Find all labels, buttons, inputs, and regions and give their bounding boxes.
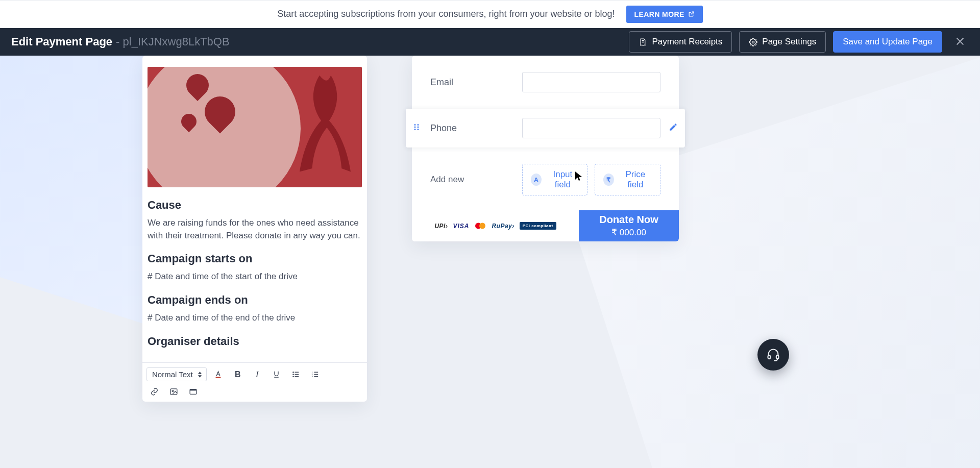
svg-rect-12: [314, 374, 318, 375]
text-style-select[interactable]: Normal Text: [146, 367, 207, 381]
bullet-list-icon: [291, 370, 300, 379]
email-label: Email: [430, 77, 522, 88]
svg-point-0: [752, 41, 754, 43]
bold-button[interactable]: B: [230, 367, 246, 382]
campaign-start-body: # Date and time of the start of the driv…: [148, 270, 362, 283]
donate-amount: ₹ 000.00: [611, 227, 646, 238]
drag-handle-icon[interactable]: [412, 122, 421, 134]
text-color-icon: [214, 370, 223, 379]
headset-icon: [766, 348, 780, 362]
image-icon: [169, 387, 178, 396]
svg-point-15: [172, 390, 173, 392]
bullet-list-button[interactable]: [288, 367, 304, 382]
svg-point-4: [293, 376, 295, 378]
rupay-logo: RuPay›: [492, 223, 514, 230]
page-id: - pl_IKJNxwg8LkTbQB: [116, 35, 230, 48]
svg-rect-14: [170, 389, 177, 395]
campaign-end-body: # Date and time of the end of the drive: [148, 312, 362, 325]
svg-rect-1: [216, 377, 221, 378]
svg-point-21: [418, 127, 419, 128]
cause-body: We are raising funds for the ones who ne…: [148, 217, 362, 242]
page-settings-button[interactable]: Page Settings: [739, 31, 826, 53]
rich-text-toolbar: Normal Text B I: [142, 362, 367, 402]
pencil-icon: [669, 122, 678, 132]
input-field-chip: A: [531, 174, 542, 186]
campaign-start-heading: Campaign starts on: [148, 252, 362, 265]
close-button[interactable]: [951, 33, 969, 52]
svg-rect-5: [295, 372, 299, 373]
donate-row: UPI› VISA RuPay› PCI compliant Donate No…: [412, 210, 679, 241]
campaign-end-heading: Campaign ends on: [148, 293, 362, 307]
help-fab[interactable]: [757, 339, 789, 371]
add-new-label: Add new: [430, 175, 522, 185]
phone-label: Phone: [430, 123, 522, 134]
save-and-update-button[interactable]: Save and Update Page: [833, 31, 942, 53]
payment-form-card: Email Phone Add new A Input field ₹: [412, 56, 679, 241]
donate-now-button[interactable]: Donate Now ₹ 000.00: [579, 210, 679, 241]
svg-rect-13: [314, 376, 318, 377]
form-row-phone[interactable]: Phone: [406, 109, 685, 147]
sort-icon: [198, 371, 202, 378]
numbered-list-button[interactable]: 123: [308, 367, 323, 382]
page-description-editor[interactable]: Cause We are raising funds for the ones …: [142, 199, 367, 362]
edit-field-button[interactable]: [669, 122, 678, 134]
learn-more-button[interactable]: LEARN MORE: [626, 6, 703, 23]
svg-point-19: [418, 124, 419, 126]
svg-rect-11: [314, 372, 318, 373]
promo-text: Start accepting subscriptions from your …: [277, 9, 615, 19]
insert-image-button[interactable]: [166, 384, 181, 400]
svg-point-3: [293, 374, 295, 375]
hero-image: [148, 67, 362, 187]
video-icon: [189, 387, 198, 396]
svg-point-18: [414, 124, 416, 126]
editor-work-area: Cause We are raising funds for the ones …: [0, 56, 980, 468]
svg-point-25: [479, 223, 485, 229]
donate-label: Donate Now: [599, 214, 658, 226]
underline-button[interactable]: [269, 367, 284, 382]
svg-point-23: [418, 129, 419, 130]
svg-rect-6: [295, 374, 299, 375]
cause-heading: Cause: [148, 199, 362, 212]
svg-point-20: [414, 127, 416, 128]
numbered-list-icon: 123: [311, 370, 320, 379]
underline-icon: [272, 370, 281, 379]
promo-banner: Start accepting subscriptions from your …: [0, 0, 980, 28]
svg-rect-27: [776, 355, 779, 359]
svg-text:3: 3: [312, 375, 313, 378]
link-icon: [150, 387, 159, 396]
payment-methods-strip: UPI› VISA RuPay› PCI compliant: [412, 210, 579, 241]
svg-rect-17: [190, 389, 197, 391]
price-field-chip: ₹: [603, 174, 614, 186]
italic-button[interactable]: I: [250, 367, 265, 382]
external-link-icon: [688, 11, 695, 17]
svg-point-2: [293, 372, 295, 373]
svg-rect-26: [768, 355, 771, 359]
gear-icon: [749, 38, 757, 46]
add-price-field-button[interactable]: ₹ Price field: [595, 164, 660, 195]
receipt-icon: [639, 38, 647, 46]
organiser-heading: Organiser details: [148, 335, 362, 348]
page-content-card[interactable]: Cause We are raising funds for the ones …: [142, 56, 367, 402]
topbar: Edit Payment Page - pl_IKJNxwg8LkTbQB Pa…: [0, 28, 980, 56]
phone-input[interactable]: [522, 118, 660, 138]
visa-logo: VISA: [453, 223, 469, 230]
text-color-button[interactable]: [211, 367, 226, 382]
pci-badge: PCI compliant: [520, 222, 556, 230]
add-input-field-button[interactable]: A Input field: [522, 164, 587, 195]
email-input[interactable]: [522, 72, 660, 92]
svg-rect-7: [295, 376, 299, 377]
link-button[interactable]: [146, 384, 162, 400]
upi-logo: UPI›: [434, 223, 448, 230]
form-row-email[interactable]: Email: [430, 72, 660, 92]
mastercard-logo: [474, 222, 486, 230]
payment-receipts-button[interactable]: Payment Receipts: [629, 31, 732, 53]
page-title: Edit Payment Page: [11, 35, 112, 48]
add-new-row: Add new A Input field ₹ Price field: [430, 164, 660, 195]
learn-more-label: LEARN MORE: [634, 10, 684, 18]
ribbon-icon: [293, 72, 352, 174]
svg-point-22: [414, 129, 416, 130]
close-icon: [954, 36, 966, 47]
insert-video-button[interactable]: [185, 384, 201, 400]
